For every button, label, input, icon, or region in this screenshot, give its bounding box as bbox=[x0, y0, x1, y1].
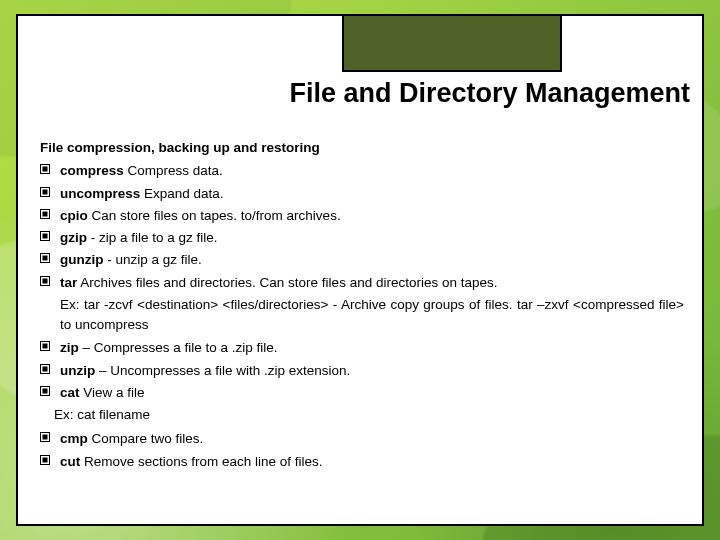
command-list: zip – Compresses a file to a .zip file.u… bbox=[40, 338, 684, 381]
command-item: unzip – Uncompresses a file with .zip ex… bbox=[40, 361, 684, 381]
command-item: compress Compress data. bbox=[40, 161, 684, 181]
bullet-icon bbox=[40, 432, 50, 442]
command-item: tar Archives files and directories. Can … bbox=[40, 273, 684, 293]
bullet-icon bbox=[40, 386, 50, 396]
command-item: uncompress Expand data. bbox=[40, 184, 684, 204]
command-desc: - zip a file to a gz file. bbox=[87, 230, 218, 245]
svg-rect-17 bbox=[43, 388, 48, 393]
command-list: compress Compress data.uncompress Expand… bbox=[40, 161, 684, 293]
bullet-icon bbox=[40, 364, 50, 374]
command-name: cmp bbox=[60, 431, 88, 446]
command-name: cut bbox=[60, 454, 80, 469]
bullet-icon bbox=[40, 231, 50, 241]
command-desc: – Uncompresses a file with .zip extensio… bbox=[95, 363, 350, 378]
command-item: zip – Compresses a file to a .zip file. bbox=[40, 338, 684, 358]
slide-background: File and Directory Management File compr… bbox=[0, 0, 720, 540]
command-name: compress bbox=[60, 163, 124, 178]
content-card: File and Directory Management File compr… bbox=[16, 14, 704, 526]
svg-rect-19 bbox=[43, 435, 48, 440]
section-heading: File compression, backing up and restori… bbox=[40, 138, 684, 158]
command-desc: View a file bbox=[80, 385, 145, 400]
command-desc: Can store files on tapes. to/from archiv… bbox=[88, 208, 341, 223]
command-list: cmp Compare two files.cut Remove section… bbox=[40, 429, 684, 472]
title-accent-box bbox=[342, 14, 562, 72]
command-name: gunzip bbox=[60, 252, 104, 267]
command-item: cut Remove sections from each line of fi… bbox=[40, 452, 684, 472]
cat-example: Ex: cat filename bbox=[40, 405, 684, 425]
bullet-icon bbox=[40, 253, 50, 263]
command-desc: Expand data. bbox=[140, 186, 223, 201]
command-item: gzip - zip a file to a gz file. bbox=[40, 228, 684, 248]
command-item: gunzip - unzip a gz file. bbox=[40, 250, 684, 270]
svg-rect-9 bbox=[43, 256, 48, 261]
svg-rect-13 bbox=[43, 344, 48, 349]
bullet-icon bbox=[40, 164, 50, 174]
tar-example: Ex: tar -zcvf <destination> <files/direc… bbox=[40, 295, 684, 336]
command-name: gzip bbox=[60, 230, 87, 245]
svg-rect-21 bbox=[43, 457, 48, 462]
command-item: cat View a file bbox=[40, 383, 684, 403]
svg-rect-1 bbox=[43, 167, 48, 172]
command-desc: Compress data. bbox=[124, 163, 223, 178]
command-desc: - unzip a gz file. bbox=[104, 252, 202, 267]
slide-title: File and Directory Management bbox=[18, 78, 694, 109]
command-name: uncompress bbox=[60, 186, 140, 201]
command-desc: Compare two files. bbox=[88, 431, 204, 446]
bullet-icon bbox=[40, 187, 50, 197]
command-desc: – Compresses a file to a .zip file. bbox=[79, 340, 278, 355]
bullet-icon bbox=[40, 455, 50, 465]
svg-rect-5 bbox=[43, 211, 48, 216]
svg-rect-3 bbox=[43, 189, 48, 194]
slide-body: File compression, backing up and restori… bbox=[40, 138, 684, 512]
bullet-icon bbox=[40, 209, 50, 219]
command-list: cat View a file bbox=[40, 383, 684, 403]
bullet-icon bbox=[40, 276, 50, 286]
command-name: unzip bbox=[60, 363, 95, 378]
command-desc: Remove sections from each line of files. bbox=[80, 454, 322, 469]
command-item: cpio Can store files on tapes. to/from a… bbox=[40, 206, 684, 226]
command-name: zip bbox=[60, 340, 79, 355]
bullet-icon bbox=[40, 341, 50, 351]
svg-rect-15 bbox=[43, 366, 48, 371]
svg-rect-7 bbox=[43, 234, 48, 239]
command-name: tar bbox=[60, 275, 77, 290]
command-desc: Archives files and directories. Can stor… bbox=[77, 275, 497, 290]
command-item: cmp Compare two files. bbox=[40, 429, 684, 449]
command-name: cpio bbox=[60, 208, 88, 223]
svg-rect-11 bbox=[43, 278, 48, 283]
command-name: cat bbox=[60, 385, 80, 400]
